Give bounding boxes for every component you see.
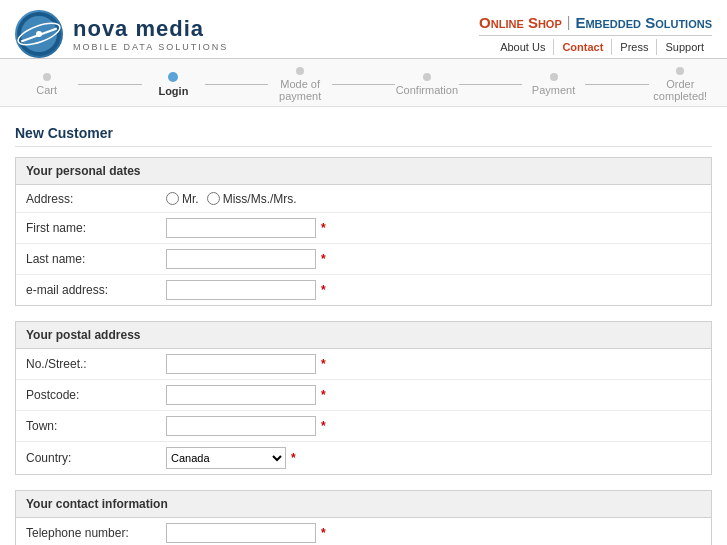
lastname-control: * <box>166 249 701 269</box>
street-required: * <box>321 357 326 371</box>
telephone-required: * <box>321 526 326 540</box>
progress-bar: Cart Login Mode of payment Confirmation … <box>0 59 727 107</box>
postcode-label: Postcode: <box>26 388 166 402</box>
personal-section: Your personal dates Address: Mr. Miss/Ms… <box>15 157 712 306</box>
postcode-input[interactable] <box>166 385 316 405</box>
lastname-row: Last name: * <box>16 244 711 275</box>
telephone-control: * <box>166 523 701 543</box>
step-login: Login <box>142 72 205 97</box>
step-payment-mode: Mode of payment <box>268 67 331 102</box>
street-row: No./Street.: * <box>16 349 711 380</box>
town-control: * <box>166 416 701 436</box>
town-input[interactable] <box>166 416 316 436</box>
top-links: Online Shop | Embedded Solutions <box>479 14 712 31</box>
main-content: New Customer Your personal dates Address… <box>0 107 727 545</box>
country-select[interactable]: Canada Germany USA UK France <box>166 447 286 469</box>
radio-mr[interactable] <box>166 192 179 205</box>
postcode-control: * <box>166 385 701 405</box>
lastname-input[interactable] <box>166 249 316 269</box>
logo-area: nova media MOBILE DATA SOLUTIONS <box>15 10 228 58</box>
telephone-input[interactable] <box>166 523 316 543</box>
telephone-label: Telephone number: <box>26 526 166 540</box>
radio-miss[interactable] <box>207 192 220 205</box>
step-order-complete: Order completed! <box>649 67 712 102</box>
link-separator: | <box>567 14 571 31</box>
firstname-required: * <box>321 221 326 235</box>
postal-section: Your postal address No./Street.: * Postc… <box>15 321 712 475</box>
logo-icon <box>15 10 63 58</box>
personal-section-header: Your personal dates <box>16 158 711 185</box>
country-control: Canada Germany USA UK France * <box>166 447 701 469</box>
radio-mr-label[interactable]: Mr. <box>166 192 199 206</box>
logo-name: nova media <box>73 16 228 42</box>
page-title: New Customer <box>15 117 712 147</box>
town-label: Town: <box>26 419 166 433</box>
page-header: nova media MOBILE DATA SOLUTIONS Online … <box>0 0 727 59</box>
email-input[interactable] <box>166 280 316 300</box>
contact-section-header: Your contact information <box>16 491 711 518</box>
town-row: Town: * <box>16 411 711 442</box>
contact-section: Your contact information Telephone numbe… <box>15 490 712 545</box>
nav-support[interactable]: Support <box>657 39 712 55</box>
telephone-row: Telephone number: * <box>16 518 711 545</box>
header-right: Online Shop | Embedded Solutions About U… <box>479 14 712 55</box>
street-label: No./Street.: <box>26 357 166 371</box>
postal-section-header: Your postal address <box>16 322 711 349</box>
street-control: * <box>166 354 701 374</box>
step-confirmation: Confirmation <box>395 73 458 96</box>
step-cart: Cart <box>15 73 78 96</box>
firstname-label: First name: <box>26 221 166 235</box>
svg-point-1 <box>21 16 57 52</box>
email-row: e-mail address: * <box>16 275 711 305</box>
radio-miss-label[interactable]: Miss/Ms./Mrs. <box>207 192 297 206</box>
country-required: * <box>291 451 296 465</box>
address-label: Address: <box>26 192 166 206</box>
country-row: Country: Canada Germany USA UK France * <box>16 442 711 474</box>
street-input[interactable] <box>166 354 316 374</box>
nav-about[interactable]: About Us <box>492 39 554 55</box>
nav-press[interactable]: Press <box>612 39 657 55</box>
address-row: Address: Mr. Miss/Ms./Mrs. <box>16 185 711 213</box>
firstname-control: * <box>166 218 701 238</box>
firstname-row: First name: * <box>16 213 711 244</box>
svg-point-3 <box>36 31 42 37</box>
postcode-required: * <box>321 388 326 402</box>
logo-text: nova media MOBILE DATA SOLUTIONS <box>73 16 228 52</box>
nav-contact[interactable]: Contact <box>554 39 612 55</box>
firstname-input[interactable] <box>166 218 316 238</box>
step-payment: Payment <box>522 73 585 96</box>
embedded-solutions-link[interactable]: Embedded Solutions <box>575 14 712 31</box>
town-required: * <box>321 419 326 433</box>
nav-links: About Us Contact Press Support <box>479 35 712 55</box>
email-label: e-mail address: <box>26 283 166 297</box>
email-required: * <box>321 283 326 297</box>
logo-subtitle: MOBILE DATA SOLUTIONS <box>73 42 228 52</box>
address-control: Mr. Miss/Ms./Mrs. <box>166 192 701 206</box>
country-label: Country: <box>26 451 166 465</box>
lastname-label: Last name: <box>26 252 166 266</box>
email-control: * <box>166 280 701 300</box>
address-radio-group: Mr. Miss/Ms./Mrs. <box>166 192 297 206</box>
postcode-row: Postcode: * <box>16 380 711 411</box>
lastname-required: * <box>321 252 326 266</box>
online-shop-link[interactable]: Online Shop <box>479 14 562 31</box>
